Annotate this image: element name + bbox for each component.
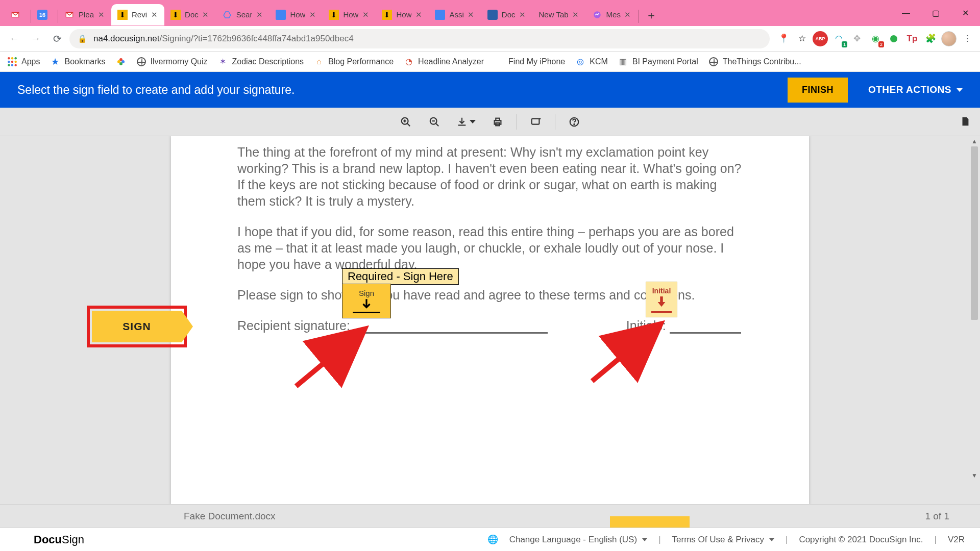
close-icon[interactable]: ✕: [255, 11, 263, 19]
bookmark-thethings[interactable]: TheThings Contribu...: [708, 57, 801, 67]
bookmark-findmyiphone[interactable]: Find My iPhone: [494, 57, 565, 67]
close-icon[interactable]: ✕: [467, 11, 475, 19]
close-icon[interactable]: ✕: [414, 11, 423, 19]
extension-icon-1[interactable]: ◠1: [831, 31, 846, 46]
arrow-down-icon: [360, 297, 373, 311]
bookmark-label: Headline Analyzer: [418, 57, 484, 66]
tab-assi[interactable]: Assi ✕: [429, 4, 481, 26]
lock-icon: 🔒: [78, 34, 87, 43]
tab-doc[interactable]: ⬇ Doc ✕: [164, 4, 216, 26]
tab-title: Doc: [185, 10, 199, 19]
document-viewport[interactable]: The thing at the forefront of my mind at…: [0, 136, 980, 504]
bookmark-zodiac[interactable]: ✶ Zodiac Descriptions: [218, 57, 304, 67]
forward-button[interactable]: →: [27, 30, 45, 48]
sign-here-tag[interactable]: Sign: [342, 284, 391, 318]
language-dropdown[interactable]: Change Language - English (US): [509, 535, 647, 545]
signature-line: [354, 332, 548, 334]
globe-icon: [136, 57, 146, 67]
new-tab-button[interactable]: ＋: [643, 7, 660, 24]
zoom-in-button[interactable]: [396, 112, 415, 132]
tab-gmail[interactable]: [4, 4, 31, 26]
close-icon[interactable]: ✕: [308, 11, 316, 19]
terms-dropdown[interactable]: Terms Of Use & Privacy: [672, 535, 774, 545]
extension-icon-2[interactable]: ✥: [849, 31, 865, 46]
close-icon[interactable]: ✕: [519, 11, 527, 19]
version-text: V2R: [948, 535, 965, 545]
close-icon[interactable]: ✕: [624, 11, 632, 19]
tab-title: Revi: [132, 10, 147, 19]
bookmark-label: Blog Performance: [328, 57, 394, 66]
doc-paragraph: The thing at the forefront of my mind at…: [237, 144, 743, 209]
svg-point-9: [14, 64, 16, 66]
bookmark-kcm[interactable]: ◎ KCM: [575, 57, 608, 67]
doc-paragraph: I hope that if you did, for some reason,…: [237, 223, 743, 272]
bookmark-photos[interactable]: [116, 57, 126, 67]
tab-how2[interactable]: ⬇ How ✕: [323, 4, 376, 26]
tab-newtab[interactable]: New Tab ✕: [533, 4, 586, 26]
chevron-down-icon: [769, 538, 774, 541]
omnibox[interactable]: 🔒 na4.docusign.net/Signing/?ti=1762b9636…: [69, 29, 770, 48]
location-icon[interactable]: 📍: [776, 31, 791, 46]
finish-button[interactable]: FINISH: [788, 78, 848, 103]
extension-icon-3[interactable]: ◉2: [868, 31, 883, 46]
close-icon[interactable]: ✕: [150, 11, 158, 19]
chrome-menu-icon[interactable]: ⋮: [960, 31, 975, 46]
reload-button[interactable]: ⟳: [48, 30, 66, 48]
gmail-icon: [10, 10, 20, 20]
copyright-text: Copyright © 2021 DocuSign Inc.: [799, 535, 923, 545]
zoom-out-button[interactable]: [425, 112, 444, 132]
tab-docusign-active[interactable]: ⬇ Revi ✕: [111, 4, 164, 26]
download-button[interactable]: [453, 112, 479, 132]
bookmark-label: Ilvermorny Quiz: [151, 57, 208, 66]
vertical-scrollbar[interactable]: ▲ ▼: [970, 136, 979, 481]
tab-how1[interactable]: How ✕: [270, 4, 323, 26]
tab-how3[interactable]: ⬇ How ✕: [376, 4, 429, 26]
scrollbar-thumb[interactable]: [971, 146, 978, 320]
close-icon[interactable]: ✕: [202, 11, 210, 19]
maximize-button[interactable]: ▢: [921, 0, 950, 26]
bookmark-bookmarks[interactable]: ★ Bookmarks: [50, 57, 105, 67]
comment-button[interactable]: [526, 112, 546, 132]
svg-point-1: [8, 57, 10, 59]
tab-search[interactable]: Sear ✕: [216, 4, 270, 26]
gmail-icon: [64, 10, 75, 20]
bookmark-label: Bookmarks: [64, 57, 105, 66]
extensions-puzzle-icon[interactable]: 🧩: [923, 31, 938, 46]
svg-point-7: [8, 64, 10, 66]
profile-avatar[interactable]: [941, 31, 957, 46]
scroll-up-arrow[interactable]: ▲: [970, 136, 979, 146]
tab-gmail-2[interactable]: Plea ✕: [58, 4, 111, 26]
close-window-button[interactable]: ✕: [950, 0, 980, 26]
tab-calendar[interactable]: 16: [31, 4, 58, 26]
docusign-icon: [487, 10, 498, 20]
recipient-signature-label: Recipient signature:: [237, 318, 350, 333]
bookmark-star-icon[interactable]: ☆: [794, 31, 810, 46]
close-icon[interactable]: ✕: [97, 11, 105, 19]
svg-point-13: [117, 60, 120, 63]
close-icon[interactable]: ✕: [572, 11, 580, 19]
bookmark-headline[interactable]: ◔ Headline Analyzer: [404, 57, 484, 67]
download-icon: ⬇: [382, 10, 392, 20]
scroll-down-arrow[interactable]: ▼: [970, 470, 979, 481]
bookmark-blog[interactable]: ⌂ Blog Performance: [314, 57, 394, 67]
abp-extension-icon[interactable]: ABP: [813, 31, 828, 46]
svg-point-4: [8, 60, 10, 62]
extension-icon-4[interactable]: [886, 31, 901, 46]
bookmark-bi-payment[interactable]: ▥ BI Payment Portal: [618, 57, 698, 67]
close-icon[interactable]: ✕: [361, 11, 370, 19]
tab-docusign2[interactable]: Doc ✕: [481, 4, 533, 26]
signature-row: Recipient signature: Initials:: [237, 317, 743, 334]
sign-navigator-button[interactable]: SIGN: [87, 306, 187, 347]
tp-extension-icon[interactable]: Tp: [904, 31, 920, 46]
minimize-button[interactable]: —: [891, 0, 921, 26]
other-actions-dropdown[interactable]: OTHER ACTIONS: [868, 84, 963, 95]
apps-button[interactable]: Apps: [7, 57, 40, 67]
initial-here-tag[interactable]: Initial: [646, 282, 677, 317]
documents-panel-button[interactable]: [958, 114, 973, 129]
tab-messenger[interactable]: Mes ✕: [586, 4, 638, 26]
help-button[interactable]: [565, 112, 584, 132]
bookmark-ilvermorny[interactable]: Ilvermorny Quiz: [136, 57, 208, 67]
tab-title: Mes: [606, 10, 621, 19]
back-button[interactable]: ←: [5, 30, 23, 48]
print-button[interactable]: [488, 112, 507, 132]
